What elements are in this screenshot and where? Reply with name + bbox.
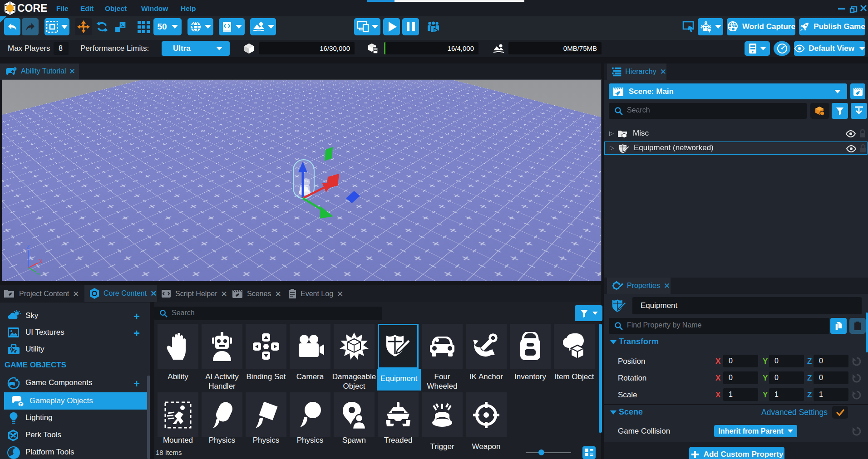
svg-text:X: X	[39, 259, 43, 264]
svg-text:Z: Z	[27, 244, 30, 249]
svg-text:Y: Y	[37, 272, 40, 275]
svg-text:CORE: CORE	[17, 2, 47, 14]
